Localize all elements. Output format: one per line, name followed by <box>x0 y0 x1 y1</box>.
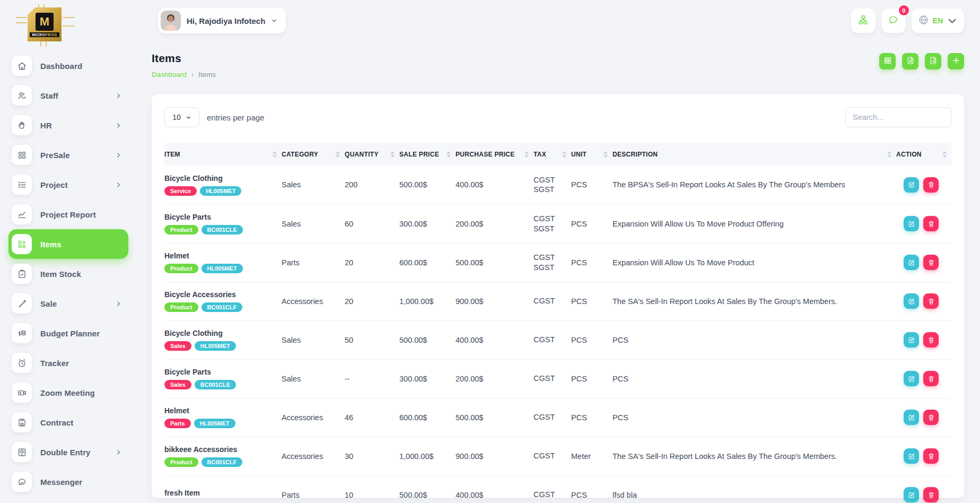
topbar-actions: 0 EN <box>851 8 964 33</box>
delete-button[interactable] <box>923 448 939 464</box>
tax-cell: CGST <box>533 475 571 503</box>
sort-icon[interactable] <box>524 152 529 158</box>
edit-button[interactable] <box>904 371 919 386</box>
edit-button[interactable] <box>904 293 919 309</box>
add-item-button[interactable] <box>948 53 964 70</box>
breadcrumb: Dashboard › Items <box>152 71 216 79</box>
tax-line: CGST <box>533 412 571 422</box>
sidebar-item-double-entry[interactable]: Double Entry <box>8 437 128 467</box>
delete-button[interactable] <box>923 255 939 270</box>
sort-icon[interactable] <box>562 152 566 158</box>
trash-icon <box>928 414 935 421</box>
sort-icon[interactable] <box>887 152 891 158</box>
file-import-icon <box>906 56 915 66</box>
item-name: Helmet <box>164 252 282 260</box>
sidebar-item-item-stock[interactable]: Item Stock <box>8 259 128 289</box>
grid-icon <box>883 56 892 66</box>
tax-line: CGST <box>533 490 571 499</box>
item-badge: Product <box>164 302 198 312</box>
sidebar-item-zoom-meeting[interactable]: Zoom Meeting <box>8 378 128 407</box>
tax-line: CGST <box>533 175 571 185</box>
sidebar-item-hr[interactable]: HR <box>8 110 128 140</box>
edit-button[interactable] <box>904 177 919 193</box>
breadcrumb-dashboard-link[interactable]: Dashboard <box>152 71 187 79</box>
item-name: Bicycle Parts <box>164 213 282 221</box>
sidebar-item-contract[interactable]: Contract <box>8 407 128 437</box>
delete-button[interactable] <box>923 293 939 309</box>
sidebar-item-dashboard[interactable]: Dashboard <box>8 51 128 81</box>
category-cell: Accessories <box>282 398 345 437</box>
unit-cell: PCS <box>571 166 612 204</box>
brand-logo[interactable]: M MICROPRIXS <box>16 4 80 51</box>
delete-button[interactable] <box>923 177 939 193</box>
item-cell: Helmet Product HL005MET <box>164 243 282 282</box>
sort-icon[interactable] <box>942 152 947 158</box>
sitemap-button[interactable] <box>851 8 876 33</box>
import-button[interactable] <box>902 53 918 70</box>
entries-per-page-select[interactable]: 10 <box>164 107 199 127</box>
tax-line: CGST <box>533 296 571 306</box>
sidebar-item-tracker[interactable]: Tracker <box>8 348 128 378</box>
sidebar-item-project[interactable]: Project <box>8 170 128 200</box>
sidebar-item-items[interactable]: Items <box>8 229 128 259</box>
edit-button[interactable] <box>904 255 919 270</box>
grid-view-button[interactable] <box>879 53 896 70</box>
quantity-cell: 30 <box>345 437 399 475</box>
table-row: Bicycle Accessories Product BC001CLF Acc <box>164 282 951 320</box>
delete-button[interactable] <box>923 332 939 348</box>
table-row: Bicycle Parts Product BC001CLE Sales <box>164 204 951 243</box>
sort-icon[interactable] <box>390 152 395 158</box>
unit-cell: PCS <box>571 359 612 398</box>
delete-button[interactable] <box>923 216 939 231</box>
language-selector[interactable]: EN <box>912 8 964 33</box>
delete-button[interactable] <box>923 487 939 502</box>
edit-button[interactable] <box>904 448 919 464</box>
edit-button[interactable] <box>904 410 919 425</box>
sort-icon[interactable] <box>336 152 340 158</box>
sort-icon[interactable] <box>447 152 451 158</box>
item-badge: Product <box>164 225 198 235</box>
sort-icon[interactable] <box>603 152 608 158</box>
entries-value: 10 <box>172 113 181 122</box>
item-badge: Product <box>164 264 198 273</box>
edit-button[interactable] <box>904 216 919 231</box>
user-menu[interactable]: Hi, Rajodiya Infotech <box>158 8 286 33</box>
sale-price-cell: 300.00$ <box>399 359 456 398</box>
sort-icon[interactable] <box>273 152 277 158</box>
item-name: fresh Item <box>164 489 282 497</box>
item-badge: HL005MET <box>194 419 235 428</box>
delete-button[interactable] <box>923 410 939 425</box>
delete-button[interactable] <box>923 371 939 386</box>
purchase-price-cell: 200.00$ <box>456 359 533 398</box>
edit-button[interactable] <box>904 487 919 502</box>
trash-icon <box>928 220 935 228</box>
table-controls: 10 entries per page <box>164 107 951 127</box>
category-cell: Parts <box>282 243 345 282</box>
globe-icon <box>918 14 929 27</box>
category-cell: Accessories <box>282 282 345 320</box>
export-button[interactable] <box>925 53 941 70</box>
save-icon <box>12 412 32 432</box>
sale-price-cell: 500.00$ <box>399 166 456 204</box>
action-cell <box>896 437 951 475</box>
column-header-sale-price: SALE PRICE <box>399 143 456 166</box>
tax-line: CGST <box>533 451 571 461</box>
sidebar-item-presale[interactable]: PreSale <box>8 140 128 170</box>
page-header: Items Dashboard › Items <box>152 52 964 79</box>
sidebar-item-project-report[interactable]: Project Report <box>8 200 128 229</box>
quantity-cell: -- <box>345 359 399 398</box>
sidebar-item-staff[interactable]: Staff <box>8 81 128 110</box>
sidebar-item-messenger[interactable]: Messenger <box>8 467 128 497</box>
item-name: Bicycle Accessories <box>164 290 282 299</box>
tax-line: SGST <box>533 185 571 194</box>
chevron-down-icon <box>947 15 958 27</box>
tax-cell: CGST <box>533 398 571 437</box>
search-input[interactable] <box>845 107 951 127</box>
edit-button[interactable] <box>904 332 919 348</box>
sidebar-item-budget-planner[interactable]: Budget Planner <box>8 318 128 348</box>
messages-button[interactable]: 0 <box>881 8 906 33</box>
presale-grid-icon <box>12 145 32 165</box>
sidebar-item-sale[interactable]: Sale <box>8 289 128 318</box>
tax-cell: CGSTSGST <box>533 166 571 204</box>
tax-cell: CGSTSGST <box>533 204 571 243</box>
